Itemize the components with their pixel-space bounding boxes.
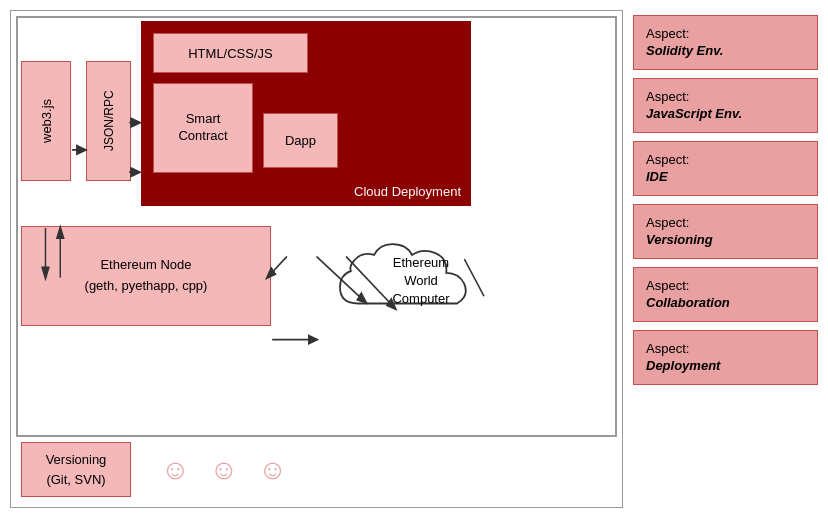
- html-css-js-label: HTML/CSS/JS: [188, 46, 273, 61]
- versioning-label: Versioning(Git, SVN): [46, 450, 107, 489]
- versioning-box: Versioning(Git, SVN): [21, 442, 131, 497]
- cloud-deployment-label: Cloud Deployment: [354, 184, 461, 199]
- aspect-prefix-0: Aspect:: [646, 26, 805, 43]
- aspect-item-ide: Aspect: IDE: [633, 141, 818, 196]
- aspect-prefix-4: Aspect:: [646, 278, 805, 295]
- dapp-box: Dapp: [263, 113, 338, 168]
- aspect-value-0: Solidity Env.: [646, 43, 805, 60]
- aspect-value-4: Collaboration: [646, 295, 805, 312]
- aspect-item-javascript: Aspect: JavaScript Env.: [633, 78, 818, 133]
- aspect-value-1: JavaScript Env.: [646, 106, 805, 123]
- ethereum-node-label: Ethereum Node(geth, pyethapp, cpp): [85, 255, 208, 297]
- smiley-1: ☺: [161, 454, 190, 486]
- dapp-label: Dapp: [285, 133, 316, 148]
- aspect-item-collaboration: Aspect: Collaboration: [633, 267, 818, 322]
- main-container: web3.js JSON/RPC HTML/CSS/JS SmartContra…: [0, 0, 828, 518]
- ethereum-world-computer-container: Ethereum WorldComputer: [321, 221, 521, 341]
- smart-contract-box: SmartContract: [153, 83, 253, 173]
- jsonrpc-label: JSON/RPC: [102, 91, 116, 152]
- aspect-prefix-5: Aspect:: [646, 341, 805, 358]
- bottom-section: Versioning(Git, SVN) ☺ ☺ ☺: [21, 442, 287, 497]
- smart-contract-label: SmartContract: [178, 111, 227, 145]
- smiley-group: ☺ ☺ ☺: [161, 454, 287, 486]
- sidebar: Aspect: Solidity Env. Aspect: JavaScript…: [633, 10, 818, 508]
- cloud-deployment-box: HTML/CSS/JS SmartContract Dapp Cloud Dep…: [141, 21, 471, 206]
- smiley-2: ☺: [210, 454, 239, 486]
- aspect-prefix-1: Aspect:: [646, 89, 805, 106]
- aspect-value-3: Versioning: [646, 232, 805, 249]
- web3-label: web3.js: [39, 99, 54, 143]
- aspect-value-5: Deployment: [646, 358, 805, 375]
- web3-box: web3.js: [21, 61, 71, 181]
- diagram-area: web3.js JSON/RPC HTML/CSS/JS SmartContra…: [10, 10, 623, 508]
- jsonrpc-box: JSON/RPC: [86, 61, 131, 181]
- aspect-item-versioning: Aspect: Versioning: [633, 204, 818, 259]
- html-css-js-box: HTML/CSS/JS: [153, 33, 308, 73]
- aspect-prefix-3: Aspect:: [646, 215, 805, 232]
- aspect-value-2: IDE: [646, 169, 805, 186]
- smiley-3: ☺: [258, 454, 287, 486]
- aspect-prefix-2: Aspect:: [646, 152, 805, 169]
- cloud-shape: Ethereum WorldComputer: [331, 231, 511, 331]
- ethereum-node-box: Ethereum Node(geth, pyethapp, cpp): [21, 226, 271, 326]
- aspect-item-deployment: Aspect: Deployment: [633, 330, 818, 385]
- aspect-item-solidity: Aspect: Solidity Env.: [633, 15, 818, 70]
